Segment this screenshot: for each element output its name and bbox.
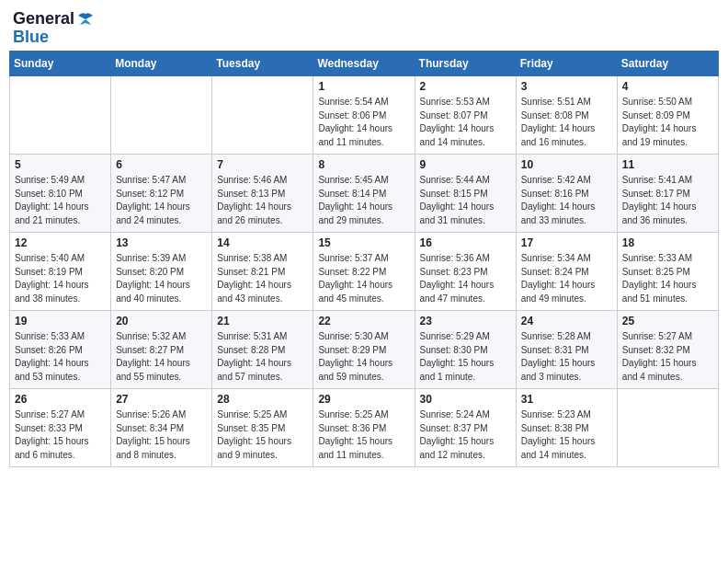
day-info: Sunrise: 5:30 AM Sunset: 8:29 PM Dayligh… <box>318 330 409 384</box>
day-number: 1 <box>318 80 409 93</box>
day-info: Sunrise: 5:53 AM Sunset: 8:07 PM Dayligh… <box>420 96 511 149</box>
calendar-table: SundayMondayTuesdayWednesdayThursdayFrid… <box>9 51 719 467</box>
calendar-cell: 3Sunrise: 5:51 AM Sunset: 8:08 PM Daylig… <box>516 76 617 155</box>
day-info: Sunrise: 5:39 AM Sunset: 8:20 PM Dayligh… <box>116 252 207 305</box>
logo-general-text: General <box>13 9 74 29</box>
calendar-cell: 21Sunrise: 5:31 AM Sunset: 8:28 PM Dayli… <box>212 311 313 389</box>
calendar-cell: 24Sunrise: 5:28 AM Sunset: 8:31 PM Dayli… <box>516 311 617 389</box>
day-number: 23 <box>420 315 511 327</box>
day-number: 13 <box>116 236 207 249</box>
logo-bird-icon <box>76 12 95 27</box>
weekday-header-sunday: Sunday <box>10 52 111 76</box>
calendar-week-4: 19Sunrise: 5:33 AM Sunset: 8:26 PM Dayli… <box>10 311 719 389</box>
day-info: Sunrise: 5:46 AM Sunset: 8:13 PM Dayligh… <box>217 174 308 227</box>
calendar-cell: 11Sunrise: 5:41 AM Sunset: 8:17 PM Dayli… <box>617 155 718 233</box>
calendar-cell: 25Sunrise: 5:27 AM Sunset: 8:32 PM Dayli… <box>617 311 718 389</box>
day-info: Sunrise: 5:40 AM Sunset: 8:19 PM Dayligh… <box>15 252 106 305</box>
day-number: 6 <box>116 158 207 171</box>
day-info: Sunrise: 5:37 AM Sunset: 8:22 PM Dayligh… <box>318 252 409 305</box>
day-info: Sunrise: 5:34 AM Sunset: 8:24 PM Dayligh… <box>521 252 612 305</box>
day-info: Sunrise: 5:25 AM Sunset: 8:35 PM Dayligh… <box>217 408 308 462</box>
day-info: Sunrise: 5:45 AM Sunset: 8:14 PM Dayligh… <box>318 174 409 227</box>
day-number: 10 <box>521 158 612 171</box>
calendar-cell: 1Sunrise: 5:54 AM Sunset: 8:06 PM Daylig… <box>313 76 415 155</box>
day-number: 7 <box>217 158 308 171</box>
day-number: 4 <box>622 80 713 93</box>
day-number: 31 <box>521 393 612 406</box>
logo: General Blue <box>13 9 95 45</box>
day-info: Sunrise: 5:44 AM Sunset: 8:15 PM Dayligh… <box>420 174 511 227</box>
day-info: Sunrise: 5:33 AM Sunset: 8:25 PM Dayligh… <box>622 252 713 305</box>
day-info: Sunrise: 5:27 AM Sunset: 8:33 PM Dayligh… <box>15 408 106 462</box>
calendar-cell <box>212 76 313 155</box>
day-info: Sunrise: 5:51 AM Sunset: 8:08 PM Dayligh… <box>521 96 612 149</box>
day-number: 12 <box>15 236 106 249</box>
calendar-cell: 13Sunrise: 5:39 AM Sunset: 8:20 PM Dayli… <box>111 233 212 311</box>
calendar-cell: 9Sunrise: 5:44 AM Sunset: 8:15 PM Daylig… <box>415 155 516 233</box>
day-info: Sunrise: 5:32 AM Sunset: 8:27 PM Dayligh… <box>116 330 207 384</box>
day-number: 17 <box>521 236 612 249</box>
weekday-header-tuesday: Tuesday <box>212 52 313 76</box>
day-info: Sunrise: 5:27 AM Sunset: 8:32 PM Dayligh… <box>622 330 713 384</box>
day-number: 11 <box>622 158 713 171</box>
calendar-cell: 26Sunrise: 5:27 AM Sunset: 8:33 PM Dayli… <box>10 389 111 467</box>
calendar-week-5: 26Sunrise: 5:27 AM Sunset: 8:33 PM Dayli… <box>10 389 719 467</box>
day-number: 29 <box>318 393 409 406</box>
day-number: 2 <box>420 80 511 93</box>
calendar-cell: 30Sunrise: 5:24 AM Sunset: 8:37 PM Dayli… <box>415 389 516 467</box>
day-info: Sunrise: 5:47 AM Sunset: 8:12 PM Dayligh… <box>116 174 207 227</box>
day-info: Sunrise: 5:49 AM Sunset: 8:10 PM Dayligh… <box>15 174 106 227</box>
weekday-header-monday: Monday <box>111 52 212 76</box>
day-number: 18 <box>622 236 713 249</box>
calendar-week-3: 12Sunrise: 5:40 AM Sunset: 8:19 PM Dayli… <box>10 233 719 311</box>
calendar-cell: 15Sunrise: 5:37 AM Sunset: 8:22 PM Dayli… <box>313 233 415 311</box>
day-info: Sunrise: 5:36 AM Sunset: 8:23 PM Dayligh… <box>420 252 511 305</box>
calendar-cell: 29Sunrise: 5:25 AM Sunset: 8:36 PM Dayli… <box>313 389 415 467</box>
day-info: Sunrise: 5:41 AM Sunset: 8:17 PM Dayligh… <box>622 174 713 227</box>
day-number: 21 <box>217 315 308 327</box>
calendar-cell: 22Sunrise: 5:30 AM Sunset: 8:29 PM Dayli… <box>313 311 415 389</box>
page-header: General Blue <box>9 9 719 45</box>
calendar-cell: 4Sunrise: 5:50 AM Sunset: 8:09 PM Daylig… <box>617 76 718 155</box>
day-info: Sunrise: 5:23 AM Sunset: 8:38 PM Dayligh… <box>521 408 612 462</box>
day-number: 24 <box>521 315 612 327</box>
day-number: 16 <box>420 236 511 249</box>
day-info: Sunrise: 5:29 AM Sunset: 8:30 PM Dayligh… <box>420 330 511 384</box>
calendar-cell: 12Sunrise: 5:40 AM Sunset: 8:19 PM Dayli… <box>10 233 111 311</box>
calendar-cell: 5Sunrise: 5:49 AM Sunset: 8:10 PM Daylig… <box>10 155 111 233</box>
logo-blue-text: Blue <box>13 29 49 45</box>
calendar-cell: 31Sunrise: 5:23 AM Sunset: 8:38 PM Dayli… <box>516 389 617 467</box>
day-info: Sunrise: 5:33 AM Sunset: 8:26 PM Dayligh… <box>15 330 106 384</box>
day-number: 14 <box>217 236 308 249</box>
calendar-cell: 23Sunrise: 5:29 AM Sunset: 8:30 PM Dayli… <box>415 311 516 389</box>
day-number: 30 <box>420 393 511 406</box>
day-number: 15 <box>318 236 409 249</box>
calendar-cell: 16Sunrise: 5:36 AM Sunset: 8:23 PM Dayli… <box>415 233 516 311</box>
calendar-cell <box>617 389 718 467</box>
day-number: 25 <box>622 315 713 327</box>
day-number: 26 <box>15 393 106 406</box>
weekday-header-thursday: Thursday <box>415 52 516 76</box>
calendar-cell: 14Sunrise: 5:38 AM Sunset: 8:21 PM Dayli… <box>212 233 313 311</box>
weekday-header-saturday: Saturday <box>617 52 718 76</box>
day-info: Sunrise: 5:25 AM Sunset: 8:36 PM Dayligh… <box>318 408 409 462</box>
calendar-cell: 6Sunrise: 5:47 AM Sunset: 8:12 PM Daylig… <box>111 155 212 233</box>
day-info: Sunrise: 5:24 AM Sunset: 8:37 PM Dayligh… <box>420 408 511 462</box>
calendar-cell: 2Sunrise: 5:53 AM Sunset: 8:07 PM Daylig… <box>415 76 516 155</box>
calendar-cell <box>10 76 111 155</box>
day-number: 9 <box>420 158 511 171</box>
day-number: 3 <box>521 80 612 93</box>
day-number: 19 <box>15 315 106 327</box>
calendar-cell: 20Sunrise: 5:32 AM Sunset: 8:27 PM Dayli… <box>111 311 212 389</box>
day-info: Sunrise: 5:28 AM Sunset: 8:31 PM Dayligh… <box>521 330 612 384</box>
calendar-week-1: 1Sunrise: 5:54 AM Sunset: 8:06 PM Daylig… <box>10 76 719 155</box>
weekday-header-friday: Friday <box>516 52 617 76</box>
day-number: 20 <box>116 315 207 327</box>
day-info: Sunrise: 5:31 AM Sunset: 8:28 PM Dayligh… <box>217 330 308 384</box>
day-info: Sunrise: 5:42 AM Sunset: 8:16 PM Dayligh… <box>521 174 612 227</box>
calendar-cell: 27Sunrise: 5:26 AM Sunset: 8:34 PM Dayli… <box>111 389 212 467</box>
calendar-cell <box>111 76 212 155</box>
calendar-header: SundayMondayTuesdayWednesdayThursdayFrid… <box>10 52 719 76</box>
day-number: 5 <box>15 158 106 171</box>
day-info: Sunrise: 5:26 AM Sunset: 8:34 PM Dayligh… <box>116 408 207 462</box>
